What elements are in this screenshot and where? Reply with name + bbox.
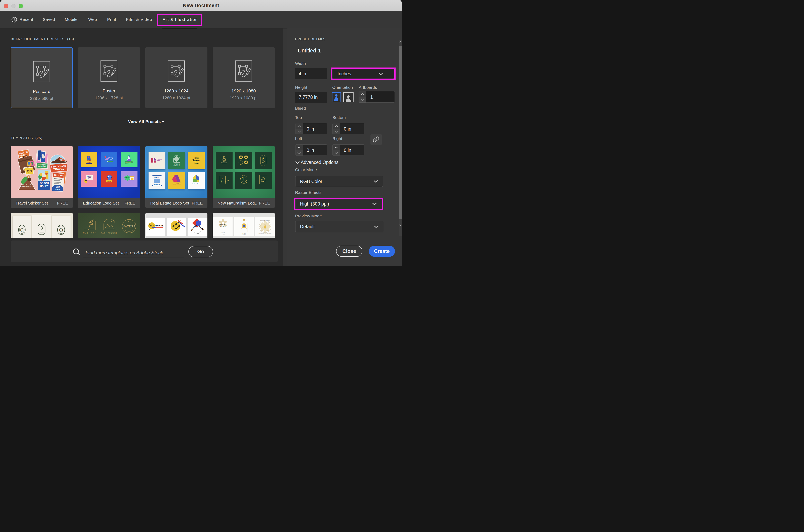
svg-text:COMPANY: COMPANY <box>125 232 133 233</box>
svg-text:BRAND NAME: BRAND NAME <box>261 220 270 221</box>
svg-text:NATURAL: NATURAL <box>83 232 97 234</box>
svg-text:O: O <box>59 227 63 233</box>
svg-text:PATHFINDER: PATHFINDER <box>101 232 118 234</box>
svg-text:BRAND SLOGAN HERE: BRAND SLOGAN HERE <box>259 233 272 234</box>
svg-text:NATURE: NATURE <box>123 225 135 228</box>
svg-text:C: C <box>20 227 23 233</box>
